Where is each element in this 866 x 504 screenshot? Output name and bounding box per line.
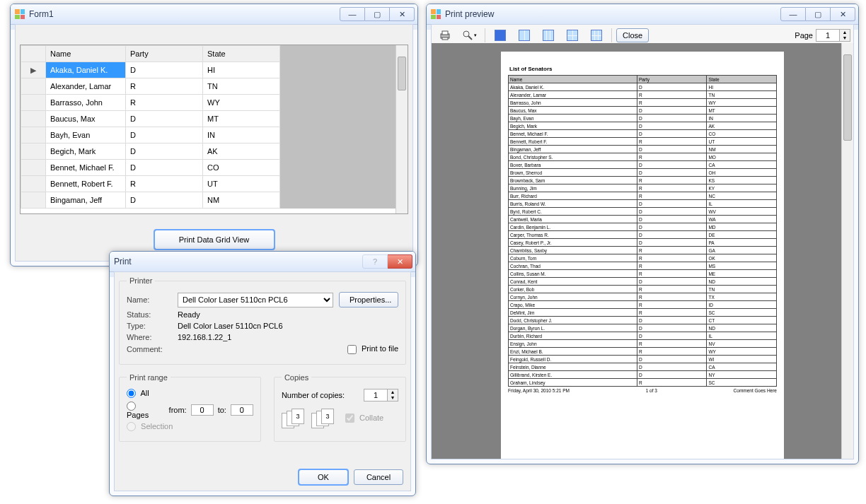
close-button[interactable]: ✕ [388, 254, 412, 269]
cell-name[interactable]: Bayh, Evan [46, 127, 126, 143]
table-row[interactable]: ▶Akaka, Daniel K.DHI [21, 62, 396, 78]
numcopies-up[interactable]: ▲ [388, 389, 398, 395]
table-row[interactable]: Barrasso, JohnRWY [21, 95, 396, 111]
four-page-icon[interactable] [562, 28, 583, 43]
printer-name-select[interactable]: Dell Color Laser 5110cn PCL6 [178, 293, 333, 307]
cell-party[interactable]: D [126, 192, 203, 209]
row-header[interactable] [21, 95, 46, 111]
page-input[interactable] [816, 29, 840, 42]
cell-state[interactable]: AK [203, 143, 280, 160]
table-row[interactable]: Bennett, Robert F.RUT [21, 176, 396, 192]
range-from-input[interactable] [191, 404, 214, 416]
row-header[interactable] [21, 78, 46, 95]
table-row[interactable]: Bayh, EvanDIN [21, 127, 396, 143]
row-header[interactable] [21, 160, 46, 176]
print-to-file-checkbox[interactable] [347, 345, 357, 354]
report-cell-party: D [637, 107, 707, 115]
grid-header-name[interactable]: Name [46, 46, 126, 62]
preview-canvas[interactable]: List of Senators Name Party State Akaka,… [432, 43, 853, 459]
row-header[interactable] [21, 127, 46, 143]
report-cell-name: Feingold, Russell D. [509, 356, 637, 363]
row-header[interactable] [21, 143, 46, 160]
range-all-radio[interactable] [127, 389, 136, 398]
cell-party[interactable]: R [126, 78, 203, 95]
cell-name[interactable]: Alexander, Lamar [46, 78, 126, 95]
cell-state[interactable]: CO [203, 160, 280, 176]
numcopies-down[interactable]: ▼ [388, 395, 398, 401]
range-pages-radio[interactable] [127, 402, 136, 411]
cell-party[interactable]: D [126, 127, 203, 143]
minimize-button[interactable]: — [780, 7, 806, 21]
three-page-icon[interactable] [538, 28, 559, 43]
grid-corner[interactable] [21, 46, 46, 62]
cell-name[interactable]: Akaka, Daniel K. [46, 62, 126, 78]
preview-scrollbar[interactable] [841, 43, 853, 459]
cell-party[interactable]: D [126, 62, 203, 78]
table-row[interactable]: Begich, MarkDAK [21, 143, 396, 160]
ok-button[interactable]: OK [299, 469, 348, 485]
cell-party[interactable]: D [126, 111, 203, 127]
preview-close-button[interactable]: Close [616, 28, 649, 42]
report-cell-party: D [637, 130, 707, 138]
printer-properties-button[interactable]: Properties... [339, 292, 398, 307]
minimize-button[interactable]: — [340, 7, 365, 21]
cell-party[interactable]: R [126, 95, 203, 111]
table-row[interactable]: Bennet, Michael F.DCO [21, 160, 396, 176]
cell-state[interactable]: TN [203, 78, 280, 95]
cell-name[interactable]: Bingaman, Jeff [46, 192, 126, 209]
cell-state[interactable]: WY [203, 95, 280, 111]
row-header[interactable]: ▶ [21, 62, 46, 78]
cell-state[interactable]: MT [203, 111, 280, 127]
row-header[interactable] [21, 176, 46, 192]
print-icon[interactable] [434, 28, 456, 43]
printdlg-titlebar[interactable]: Print ? ✕ [110, 252, 415, 272]
report-row: Begich, MarkDAK [509, 122, 777, 130]
numcopies-input[interactable] [364, 389, 388, 402]
preview-titlebar[interactable]: Print preview — ▢ ✕ [427, 4, 858, 25]
cell-party[interactable]: D [126, 143, 203, 160]
range-to-input[interactable] [231, 404, 253, 416]
grid-header-state[interactable]: State [203, 46, 280, 62]
page-down[interactable]: ▼ [840, 35, 850, 41]
close-button[interactable]: ✕ [831, 7, 855, 21]
cell-name[interactable]: Bennet, Michael F. [46, 160, 126, 176]
row-header[interactable] [21, 111, 46, 127]
page-spinner[interactable]: ▲▼ [816, 29, 850, 42]
report-row: Corker, BobRTN [509, 286, 777, 293]
report-cell-state: CT [707, 317, 777, 324]
cell-name[interactable]: Begich, Mark [46, 143, 126, 160]
report-cell-name: Enzi, Michael B. [509, 348, 637, 356]
row-header[interactable] [21, 192, 46, 209]
six-page-icon[interactable] [586, 28, 607, 43]
data-grid-view[interactable]: Name Party State ▶Akaka, Daniel K.DHIAle… [20, 45, 408, 214]
cell-party[interactable]: R [126, 176, 203, 192]
table-row[interactable]: Bingaman, JeffDNM [21, 192, 396, 209]
zoom-icon[interactable]: ▾ [458, 28, 480, 43]
maximize-button[interactable]: ▢ [806, 7, 831, 21]
two-page-icon[interactable] [514, 28, 535, 43]
cell-name[interactable]: Bennett, Robert F. [46, 176, 126, 192]
print-data-grid-view-button[interactable]: Print Data Grid View [154, 230, 275, 250]
cell-name[interactable]: Baucus, Max [46, 111, 126, 127]
cell-state[interactable]: IN [203, 127, 280, 143]
maximize-button[interactable]: ▢ [365, 7, 390, 21]
table-row[interactable]: Baucus, MaxDMT [21, 111, 396, 127]
report-row: Burris, Roland W.DIL [509, 200, 777, 208]
report-cell-party: R [637, 286, 707, 293]
cell-party[interactable]: D [126, 160, 203, 176]
form1-titlebar[interactable]: Form1 — ▢ ✕ [11, 4, 417, 25]
cell-name[interactable]: Barrasso, John [46, 95, 126, 111]
numcopies-spinner[interactable]: ▲▼ [364, 389, 398, 402]
page-up[interactable]: ▲ [840, 30, 850, 35]
cell-state[interactable]: HI [203, 62, 280, 78]
grid-header-party[interactable]: Party [126, 46, 203, 62]
cell-state[interactable]: UT [203, 176, 280, 192]
grid-scrollbar[interactable] [396, 45, 408, 213]
close-button[interactable]: ✕ [390, 7, 415, 21]
one-page-icon[interactable] [490, 28, 511, 43]
report-row: Bennett, Robert F.RUT [509, 138, 777, 146]
svg-point-3 [463, 31, 469, 37]
cancel-button[interactable]: Cancel [354, 469, 403, 485]
table-row[interactable]: Alexander, LamarRTN [21, 78, 396, 95]
cell-state[interactable]: NM [203, 192, 280, 209]
